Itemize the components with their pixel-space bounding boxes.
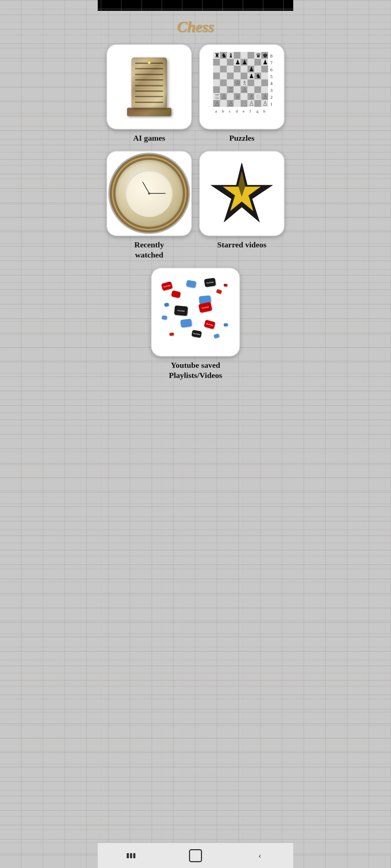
- svg-text:b: b: [222, 109, 224, 113]
- starred-videos-card[interactable]: [199, 151, 285, 236]
- svg-text:6: 6: [270, 67, 273, 72]
- svg-text:a: a: [215, 109, 217, 113]
- svg-rect-46: [254, 86, 261, 93]
- home-button[interactable]: [189, 849, 202, 862]
- svg-text:♝: ♝: [228, 52, 234, 59]
- svg-rect-41: [220, 86, 227, 93]
- svg-text:♞: ♞: [221, 52, 227, 59]
- puzzles-card[interactable]: 8 7 6 5 4 3 2 1 a b c d e f: [199, 44, 285, 129]
- ai-games-card[interactable]: [106, 44, 192, 129]
- navigation-bar: ‹: [98, 843, 293, 868]
- svg-rect-16: [213, 65, 220, 72]
- svg-rect-39: [261, 79, 268, 86]
- svg-text:h: h: [263, 109, 265, 113]
- svg-text:♙: ♙: [221, 93, 227, 100]
- svg-rect-23: [261, 65, 268, 72]
- svg-text:♘: ♘: [256, 93, 261, 100]
- recently-watched-card[interactable]: [106, 151, 192, 236]
- svg-text:♙: ♙: [242, 86, 247, 93]
- svg-rect-25: [220, 72, 227, 79]
- svg-text:3: 3: [270, 87, 273, 93]
- svg-rect-18: [227, 65, 234, 72]
- svg-text:♚: ♚: [262, 52, 268, 59]
- svg-text:♙: ♙: [262, 93, 268, 100]
- youtube-playlists-card[interactable]: YouTube YouTube YouTube YouTube: [151, 268, 240, 357]
- svg-rect-57: [220, 100, 227, 107]
- svg-text:♖: ♖: [228, 86, 234, 93]
- svg-rect-31: [261, 72, 268, 79]
- svg-text:♞: ♞: [256, 72, 261, 79]
- svg-text:♟: ♟: [249, 72, 254, 79]
- status-bar: [98, 0, 293, 11]
- svg-rect-62: [254, 100, 261, 107]
- svg-text:5: 5: [270, 73, 273, 79]
- svg-rect-24: [213, 72, 220, 79]
- svg-text:1: 1: [270, 101, 273, 106]
- svg-rect-37: [247, 79, 254, 86]
- puzzles-label: Puzzles: [229, 133, 255, 144]
- svg-rect-9: [220, 59, 227, 65]
- svg-text:♟: ♟: [262, 59, 268, 65]
- ai-games-label: AI games: [133, 133, 165, 144]
- svg-rect-19: [234, 65, 240, 72]
- svg-rect-3: [234, 52, 240, 59]
- svg-text:f: f: [249, 109, 251, 113]
- svg-rect-8: [213, 59, 220, 65]
- svg-text:c: c: [229, 109, 231, 113]
- svg-rect-45: [247, 86, 254, 93]
- svg-rect-27: [234, 72, 240, 79]
- chess-board-icon: 8 7 6 5 4 3 2 1 a b c d e f: [204, 49, 280, 125]
- svg-rect-26: [227, 72, 234, 79]
- svg-rect-28: [240, 72, 247, 79]
- svg-text:♗: ♗: [249, 93, 254, 100]
- svg-rect-60: [240, 100, 247, 107]
- svg-text:♙: ♙: [214, 100, 220, 107]
- page-title: Chess: [106, 18, 285, 35]
- svg-rect-52: [240, 93, 247, 100]
- svg-text:♕: ♕: [235, 93, 240, 100]
- svg-text:8: 8: [270, 53, 273, 58]
- svg-text:4: 4: [270, 80, 273, 86]
- menu-item-recently-watched[interactable]: Recently watched: [106, 151, 192, 260]
- svg-text:d: d: [236, 109, 238, 113]
- svg-text:♗: ♗: [242, 79, 247, 86]
- menu-row-1: AI games: [106, 44, 285, 144]
- svg-rect-33: [220, 79, 227, 86]
- svg-rect-10: [227, 59, 234, 65]
- svg-text:♟: ♟: [242, 59, 247, 65]
- svg-text:♟: ♟: [249, 65, 254, 72]
- svg-rect-14: [254, 59, 261, 65]
- svg-rect-13: [247, 59, 254, 65]
- svg-rect-34: [227, 79, 234, 86]
- svg-text:♟: ♟: [235, 59, 240, 65]
- svg-text:♙: ♙: [262, 100, 268, 107]
- svg-text:♔: ♔: [235, 79, 240, 86]
- starred-videos-label: Starred videos: [217, 240, 266, 250]
- clock-icon: [115, 160, 183, 227]
- svg-text:♙: ♙: [228, 100, 234, 107]
- menu-item-starred-videos[interactable]: Starred videos: [199, 151, 285, 260]
- svg-rect-59: [234, 100, 240, 107]
- recently-watched-label: Recently watched: [134, 240, 164, 260]
- svg-text:g: g: [256, 109, 258, 113]
- svg-rect-50: [227, 93, 234, 100]
- menu-item-puzzles[interactable]: 8 7 6 5 4 3 2 1 a b c d e f: [199, 44, 285, 144]
- recent-apps-button[interactable]: [122, 848, 140, 863]
- svg-rect-5: [247, 52, 254, 59]
- svg-text:2: 2: [270, 94, 273, 99]
- menu-row-2: Recently watched Starred videos: [106, 151, 285, 260]
- menu-row-3: YouTube YouTube YouTube YouTube: [106, 268, 285, 381]
- back-button[interactable]: ‹: [251, 848, 269, 863]
- svg-text:♖: ♖: [214, 93, 220, 100]
- svg-text:♛: ♛: [256, 52, 261, 59]
- menu-item-ai-games[interactable]: AI games: [106, 44, 192, 144]
- svg-rect-17: [220, 65, 227, 72]
- svg-rect-38: [254, 79, 261, 86]
- svg-rect-22: [254, 65, 261, 72]
- menu-item-youtube-playlists[interactable]: YouTube YouTube YouTube YouTube: [151, 268, 240, 381]
- star-icon: [208, 160, 276, 227]
- svg-text:♜: ♜: [214, 52, 220, 59]
- svg-text:e: e: [243, 109, 244, 113]
- ai-tower-icon: [120, 53, 178, 120]
- svg-rect-43: [234, 86, 240, 93]
